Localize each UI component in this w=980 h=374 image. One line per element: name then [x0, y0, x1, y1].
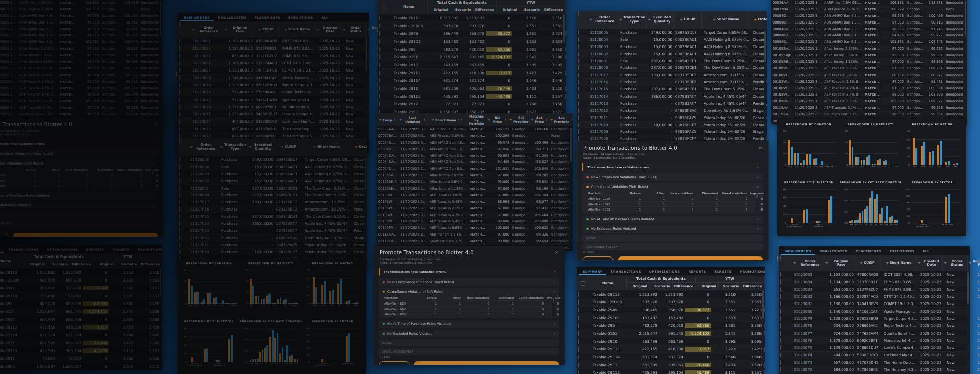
- table-row[interactable]: Taxable-2949396,449358,078-38,3723.6613.…: [0, 284, 162, 292]
- column-header[interactable]: Ask Provider: [549, 113, 571, 126]
- compliance-section[interactable]: Compliance Violations (Soft Rules)›Portf…: [0, 159, 158, 190]
- filter-icon[interactable]: [572, 119, 573, 121]
- filter-icon[interactable]: [258, 29, 261, 31]
- tab-new-orders[interactable]: NEW ORDERS: [180, 14, 214, 21]
- bar-group[interactable]: [277, 270, 282, 304]
- table-row[interactable]: 00108WAR111/20/2025 3:16 PMAEP Texas In …: [377, 218, 573, 224]
- table-row[interactable]: 001192AM511/20/2025 8:01 AMSouthern Com …: [377, 238, 573, 244]
- table-row[interactable]: After-Tax - 1056110100: [586, 196, 759, 201]
- column-header[interactable]: Bid Price↑: [486, 113, 508, 126]
- scrollbar-thumb[interactable]: [366, 38, 368, 71]
- checkbox[interactable]: [179, 172, 180, 176]
- close-icon[interactable]: ×: [154, 122, 157, 127]
- table-row[interactable]: 310230791,138,000.0087612EBU9Target Corp…: [779, 315, 970, 322]
- table-row[interactable]: 00109PAF511/20/2025 1:04 PMAEP Texas In …: [0, 98, 162, 104]
- scrollbar[interactable]: [364, 157, 367, 268]
- checkbox[interactable]: [780, 360, 781, 365]
- checkbox[interactable]: [179, 200, 180, 204]
- scrollbar[interactable]: [365, 37, 368, 153]
- bar-group[interactable]: [944, 131, 952, 165]
- compliance-section[interactable]: No Excluded Rules Violated›: [582, 225, 763, 233]
- table-row[interactable]: 001055AQ511/20/2025 10:01 AMAflac Incorp…: [0, 45, 162, 52]
- table-row[interactable]: 31117012Purchase-64983KSV0Dormitory Au 2…: [577, 107, 767, 114]
- bar-group[interactable]: [352, 270, 360, 304]
- chevron-right-icon[interactable]: ›: [153, 194, 154, 198]
- scrollbar-thumb[interactable]: [756, 193, 758, 198]
- table-row[interactable]: 00084DBA711/20/2025 2:56 PMABN AMRO Ban …: [771, 38, 967, 45]
- column-header[interactable]: Worsened: [90, 168, 114, 171]
- scrollbar-thumb[interactable]: [152, 169, 153, 175]
- bar-group[interactable]: [865, 131, 871, 165]
- bar-group[interactable]: [936, 131, 944, 165]
- compliance-section[interactable]: New Compliance Violations (Hard Rules)›: [582, 173, 763, 181]
- table-row[interactable]: Taxable-2910663,459663,45903.6953.6950.0…: [577, 337, 765, 345]
- checkbox[interactable]: [578, 94, 579, 99]
- column-header[interactable]: Difference: [543, 6, 566, 14]
- tab-transactions[interactable]: TRANSACTIONS: [606, 268, 645, 275]
- compliance-notes-input[interactable]: COMPLIANCE NOTES*: [582, 243, 763, 250]
- column-header[interactable]: Short Name: [880, 255, 917, 271]
- scrollbar-thumb[interactable]: [160, 1, 161, 35]
- table-row[interactable]: Taxable - 29108597,978597,97803.5513.551…: [378, 21, 566, 29]
- table-row[interactable]: 31120000Purchase287,000.00260543CE1The D…: [577, 64, 767, 71]
- table-row[interactable]: Taxable - 29108597,978597,97803.5513.551…: [0, 276, 162, 284]
- column-header[interactable]: Difference: [139, 261, 162, 268]
- cancel-button[interactable]: CANCEL: [582, 256, 614, 261]
- column-header[interactable]: New violations: [61, 168, 90, 171]
- table-row[interactable]: After-Tax - 1045110100: [586, 201, 759, 207]
- column-header[interactable]: Portfolio: [586, 192, 618, 195]
- bar-group[interactable]: [269, 329, 274, 362]
- tab-promotions-v4[interactable]: PROMOTIONS V4: [134, 246, 162, 253]
- column-header[interactable]: Created Date: [917, 255, 943, 271]
- column-header[interactable]: CUSIP: [275, 138, 303, 156]
- compliance-section[interactable]: No At Time of Purchase Rules Violated›: [379, 320, 559, 328]
- table-row[interactable]: 31120005Purchase149,000.00299753DL7Targe…: [178, 156, 368, 163]
- filter-icon[interactable]: [713, 19, 716, 21]
- filter-icon[interactable]: [531, 119, 534, 121]
- bar-group[interactable]: [289, 329, 294, 362]
- checkbox[interactable]: [179, 207, 180, 212]
- table-row[interactable]: 001055BJ011/20/2025 1:02 PMAflac Incorp …: [0, 52, 162, 58]
- filter-icon[interactable]: [368, 29, 371, 31]
- table-row[interactable]: Taxable-29112422,155418,238-3,9173.4233.…: [577, 345, 765, 353]
- tab-summary[interactable]: SUMMARY: [579, 268, 606, 275]
- checkbox[interactable]: [179, 157, 180, 162]
- checkbox[interactable]: [379, 47, 380, 52]
- filter-icon[interactable]: [589, 19, 592, 21]
- select-all-checkbox[interactable]: [581, 281, 585, 286]
- bar-group[interactable]: [927, 131, 935, 165]
- chevron-right-icon[interactable]: ›: [554, 332, 555, 336]
- filter-icon[interactable]: [648, 19, 651, 21]
- table-row[interactable]: Taxable-2911681,509605,063-76,4463.4333.…: [0, 339, 162, 346]
- filter-icon[interactable]: [886, 262, 889, 264]
- table-row[interactable]: Taxable-29115435,593395,104-40,4893.1113…: [577, 368, 765, 374]
- bar-group[interactable]: [919, 131, 927, 165]
- column-header[interactable]: Difference: [70, 261, 93, 268]
- table-row[interactable]: 31120001Sale287,000.00260543CE1The Dow C…: [577, 57, 767, 64]
- column-header[interactable]: Scenario: [116, 261, 139, 268]
- checkbox[interactable]: [179, 236, 180, 240]
- table-row[interactable]: 31120000Purchase287,000.00260543CE1The D…: [178, 191, 368, 198]
- column-header[interactable]: After: [438, 296, 462, 299]
- table-row[interactable]: 31120002Purchase15,000.00000336AC1AAG Ho…: [178, 177, 368, 184]
- chevron-right-icon[interactable]: ›: [757, 175, 759, 179]
- bar-group[interactable]: [212, 329, 225, 362]
- column-header[interactable]: After: [37, 168, 61, 171]
- filter-icon[interactable]: [509, 119, 512, 121]
- scrollbar[interactable]: [552, 296, 555, 316]
- bar-group[interactable]: [812, 190, 824, 223]
- table-row[interactable]: 31117013Purchase-037833AT7Apple Inc. 4.4…: [577, 100, 767, 107]
- section-header[interactable]: Compliance Violations (Soft Rules)›: [586, 183, 759, 191]
- bar-group[interactable]: [271, 270, 277, 304]
- scrollbar-thumb[interactable]: [762, 290, 764, 319]
- checkbox[interactable]: [179, 214, 180, 219]
- table-row[interactable]: 31023083653,000.003137FEZU7FHMS 076 3.90…: [779, 286, 970, 293]
- bar-group[interactable]: [799, 190, 812, 223]
- bar-group[interactable]: [859, 190, 864, 223]
- table-row[interactable]: Taxable-29109153,482153,48203.6333.6330.…: [0, 292, 162, 299]
- bar-group[interactable]: [893, 190, 898, 223]
- select-all-checkbox[interactable]: [382, 5, 386, 9]
- table-row[interactable]: Taxable-29112422,155418,238-3,9173.4233.…: [0, 323, 162, 331]
- table-row[interactable]: Taxable-291131,513,8921,513,89203.5103.5…: [577, 290, 765, 298]
- promote-button[interactable]: PROMOTE: [414, 361, 559, 365]
